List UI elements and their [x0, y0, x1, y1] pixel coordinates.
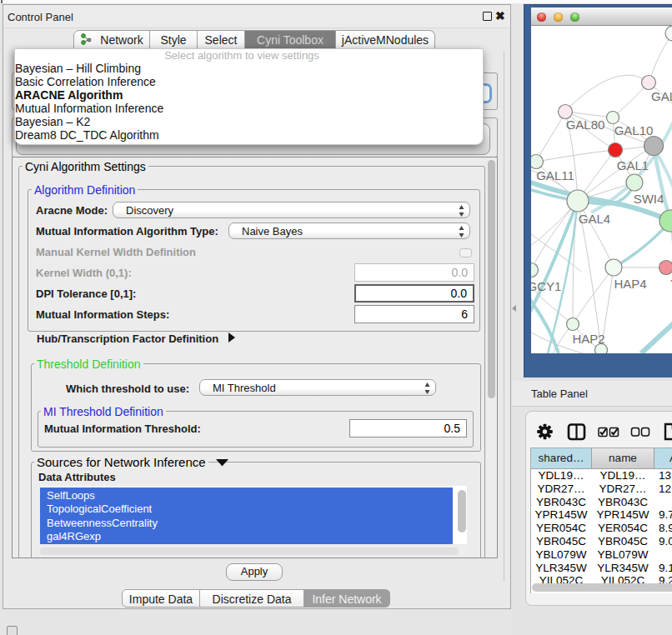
svg-text:SWI4: SWI4	[634, 192, 664, 206]
svg-text:GAL11: GAL11	[536, 168, 574, 182]
svg-text:GAL1: GAL1	[617, 158, 649, 172]
svg-text:GCY1: GCY1	[531, 279, 561, 293]
svg-text:HAP4: HAP4	[614, 277, 646, 291]
svg-text:GAL4: GAL4	[579, 212, 610, 226]
svg-text:GAL10: GAL10	[614, 123, 654, 138]
svg-text:HAP2: HAP2	[572, 332, 604, 346]
svg-text:GAL2: GAL2	[651, 89, 672, 103]
svg-text:GAL80: GAL80	[566, 118, 605, 132]
